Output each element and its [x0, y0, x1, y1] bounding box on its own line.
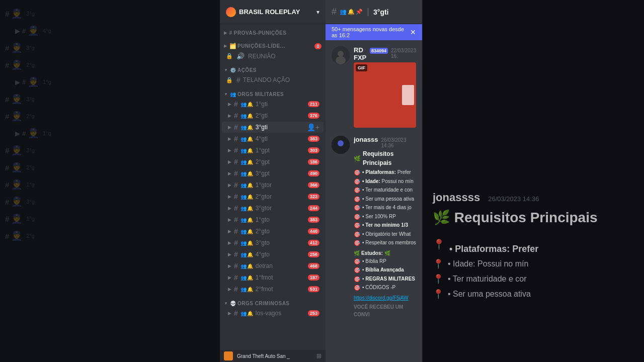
- ch-expand-2fmot-icon: ▶: [228, 287, 231, 292]
- message-meta-jonassss: jonasss 26/03/2023 14:36: [354, 136, 416, 148]
- req-codigos: 🎯 • CÓDIGOS -P: [354, 284, 416, 292]
- ch-expand-losvagos-icon: ▶: [228, 311, 231, 316]
- channel-1fmot[interactable]: ▶ # 👥🔔 1°fmot 187: [222, 272, 324, 283]
- channel-4gto[interactable]: ▶ # 👥🔔 4°gto 256: [222, 249, 324, 260]
- channel-name-1gpt: 1°gpt: [256, 147, 306, 154]
- channel-reuniao[interactable]: 🔒 🔊 REUNIÃO: [222, 51, 324, 61]
- collapse-arrow-punicoes-icon: ▶: [224, 44, 227, 48]
- category-acoes: ▼ ⚙️ AÇÕES 🔒 # TELANDO AÇÃO: [220, 65, 326, 85]
- banner-text: 50+ mensagens novas desde as 16:2: [332, 26, 410, 38]
- channel-2gto[interactable]: ▶ # 👥🔔 2°gto 440: [222, 226, 324, 237]
- category-header-punicoes[interactable]: ▶ 🗂️ PUNIÇÕES-LÍDE... 8: [220, 41, 326, 50]
- discord-link[interactable]: https://discord.gg/F5jAW: [354, 295, 409, 301]
- ch-icons-4gti: 👥🔔: [240, 136, 253, 142]
- channel-name-1gtor: 1°gtor: [256, 182, 306, 189]
- timestamp-jonassss: 26/03/2023 14:36: [381, 137, 416, 148]
- req-line-dias: 🎯 • Ter mais de 4 dias jo: [354, 204, 416, 212]
- channel-3gtor[interactable]: ▶ # 👥🔔 3°gtor 244: [222, 203, 324, 214]
- server-name: BRASIL ROLEPLAY: [239, 8, 316, 16]
- bg-maturidade: 📍 • Ter maturidade e cor: [433, 274, 634, 285]
- new-messages-banner: 50+ mensagens novas desde as 16:2 ✕: [326, 24, 422, 40]
- members-icon: 👥: [340, 9, 347, 15]
- channel-name-1gto: 1°gto: [256, 216, 306, 223]
- channel-name-2gpt: 2°gpt: [256, 158, 306, 165]
- channel-name-3gto: 3°gto: [256, 239, 306, 246]
- category-header-criminosas[interactable]: ▼ 💀 ORGS CRIMINOSAS: [220, 299, 326, 307]
- ch-expand-3gpt-icon: ▶: [228, 171, 231, 176]
- channel-4gti[interactable]: ▶ # 👥🔔 4°gti 383: [222, 133, 324, 144]
- gif-embed[interactable]: GIF: [354, 62, 416, 128]
- bg-platforms: • Plataformas: Prefer: [449, 244, 538, 254]
- banner-close-icon[interactable]: ✕: [410, 28, 416, 36]
- channel-1gto[interactable]: ▶ # 👥🔔 1°gto 383: [222, 214, 324, 225]
- category-header-acoes[interactable]: ▼ ⚙️ AÇÕES: [220, 65, 326, 74]
- badge-3gpt: 490: [308, 170, 319, 176]
- ch-icons-1gto: 👥🔔: [240, 217, 253, 223]
- channel-2gti[interactable]: ▶ # 👥🔔 2°gti 376: [222, 110, 324, 121]
- ch-icons-2gtor: 👥🔔: [240, 194, 253, 200]
- server-icon: [226, 7, 236, 17]
- req-content: 🌿 Requisitos Principais 🎯 • Plataformas:…: [354, 149, 416, 318]
- hash-3gpt-icon: #: [234, 169, 238, 177]
- channel-name-2gtor: 2°gtor: [256, 193, 306, 200]
- channel-1gti[interactable]: ▶ # 👥🔔 1°gti 211: [222, 99, 324, 110]
- category-provas: ▶ # PROVAS-PUNIÇÕES: [220, 28, 326, 37]
- hash-icon: #: [234, 100, 238, 108]
- server-header[interactable]: BRASIL ROLEPLAY ▾: [220, 0, 326, 24]
- category-header-provas[interactable]: ▶ # PROVAS-PUNIÇÕES: [220, 28, 326, 37]
- ch-icons-2fmot: 👥🔔: [240, 287, 253, 292]
- channel-name-2gti: 2°gti: [256, 112, 306, 119]
- category-label-punicoes: PUNIÇÕES-LÍDE...: [237, 43, 314, 49]
- ch-icons-2gti: 👥🔔: [240, 113, 253, 119]
- ch-icons-detran: 👥🔔: [240, 263, 253, 269]
- channel-3gpt[interactable]: ▶ # 👥🔔 3°gpt 490: [222, 168, 324, 179]
- bot-tag-rd: 834094: [370, 48, 388, 54]
- ch-icons-4gto: 👥🔔: [240, 252, 253, 257]
- status-expand-icon[interactable]: ⊞: [316, 352, 321, 359]
- channel-header-name: 3°gti: [373, 8, 389, 16]
- hash-2fmot-icon: #: [234, 285, 238, 293]
- req-line-whats: 🎯 • Obrigatório ter What: [354, 230, 416, 239]
- hash-losvagos-icon: #: [234, 309, 238, 317]
- message-rd-fxp: RD FXP 834094 22/03/2023 16: GIF: [326, 44, 422, 130]
- punicoes-badge: 8: [314, 43, 321, 49]
- channel-1gtor[interactable]: ▶ # 👥🔔 1°gtor 366: [222, 179, 324, 191]
- channel-3gto[interactable]: ▶ # 👥🔔 3°gto 412: [222, 237, 324, 248]
- channel-los-vagos[interactable]: ▶ # 👥🔔 los-vagos 253: [222, 308, 324, 319]
- channel-header-icons: 👥 🔔 📌: [340, 9, 363, 15]
- category-header-orgs[interactable]: ▼ 👥 ORGS MILITARES: [220, 89, 326, 98]
- badge-1gti: 211: [308, 101, 319, 107]
- channel-2fmot[interactable]: ▶ # 👥🔔 2°fmot 531: [222, 284, 324, 295]
- channel-name-telando: TELANDO AÇÃO: [243, 76, 319, 83]
- channel-name-3gpt: 3°gpt: [256, 170, 306, 177]
- req-line-plataformas: 🎯 • Plataformas: Prefer: [354, 168, 416, 177]
- ch-expand-2gpt-icon: ▶: [228, 159, 231, 164]
- status-title: Grand Theft Auto San _: [237, 353, 312, 359]
- estudos-line: 🌿 Estudos: 🌿: [354, 249, 416, 257]
- channel-3gti[interactable]: ▶ # 👥🔔 3°gti 👤+: [222, 122, 324, 133]
- lock-telando-icon: 🔒: [226, 77, 233, 83]
- svg-point-4: [338, 140, 344, 146]
- channel-1gpt[interactable]: ▶ # 👥🔔 1°gpt 303: [222, 145, 324, 156]
- ch-expand-1gtor-icon: ▶: [228, 183, 231, 188]
- hash-2gtor-icon: #: [234, 193, 238, 201]
- ch-icons-2gto: 👥🔔: [240, 229, 253, 234]
- avatar-jonassss: [332, 136, 350, 154]
- bg-username: jonassss: [433, 191, 480, 204]
- bg-right-content: jonassss 26/03/2023 14:36 🌿 Requisitos P…: [423, 0, 644, 362]
- username-jonassss: jonasss: [354, 136, 378, 143]
- channel-name-detran: detran: [256, 262, 306, 269]
- message-jonassss: jonasss 26/03/2023 14:36 🌿 Requisitos Pr…: [326, 134, 422, 320]
- req-line-maturidade: 🎯 • Ter maturidade e con: [354, 186, 416, 195]
- channel-telando-acao[interactable]: 🔒 # TELANDO AÇÃO: [222, 74, 324, 85]
- badge-3gtor: 244: [308, 205, 319, 211]
- badge-detran: 468: [308, 263, 319, 269]
- channel-2gpt[interactable]: ▶ # 👥🔔 2°gpt 186: [222, 156, 324, 167]
- channel-name-los-vagos: los-vagos: [256, 310, 306, 317]
- bg-req-title: 🌿 Requisitos Principais: [433, 209, 634, 226]
- invite-text: VOCÊ RECEBEU UM CONVI: [354, 303, 416, 318]
- channel-detran[interactable]: ▶ # 👥🔔 detran 468: [222, 260, 324, 272]
- collapse-arrow-orgs-icon: ▼: [224, 92, 228, 97]
- add-member-icon[interactable]: 👤+: [307, 123, 319, 131]
- channel-2gtor[interactable]: ▶ # 👥🔔 2°gtor 323: [222, 191, 324, 202]
